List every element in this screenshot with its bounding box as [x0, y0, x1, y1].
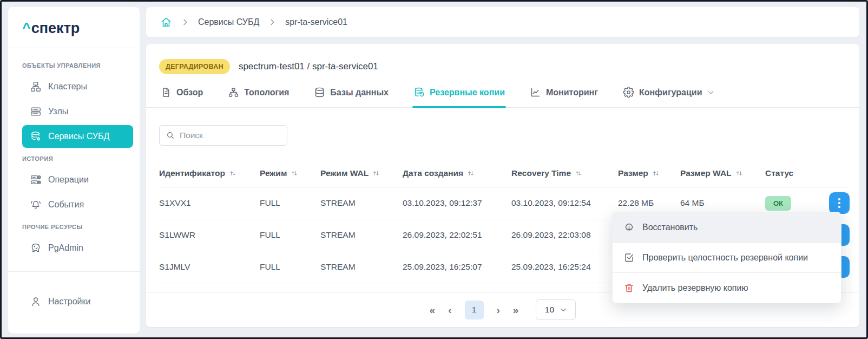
tab-monitoring[interactable]: Мониторинг [530, 77, 598, 107]
cell-created: 26.09.2023, 22:02:51 [403, 219, 511, 251]
trash-icon [623, 282, 635, 294]
pagination-first-button[interactable]: « [430, 305, 436, 315]
topology-icon [228, 87, 239, 98]
cell-created: 03.10.2023, 09:12:37 [403, 187, 511, 219]
cell-recovery-time: 26.09.2023, 22:03:08 [511, 219, 618, 251]
document-icon [160, 87, 172, 98]
column-header-size[interactable]: Размер [618, 162, 680, 187]
sidebar-section-history: ИСТОРИЯ [8, 150, 140, 166]
menu-item-verify-integrity[interactable]: Проверить целостность резервной копии [613, 242, 841, 272]
column-label: Размер WAL [680, 168, 732, 178]
database-service-icon [30, 131, 42, 142]
cluster-icon [30, 81, 42, 93]
column-header-id[interactable]: Идентификатор [159, 162, 260, 187]
sidebar-item-label: Сервисы СУБД [48, 132, 109, 141]
servers-icon [30, 106, 42, 118]
pgadmin-elephant-icon [30, 242, 42, 254]
breadcrumb-item-service: spr-ta-service01 [285, 17, 347, 27]
tab-label: Конфигурации [639, 88, 702, 97]
cell-wal-mode: STREAM [320, 187, 403, 219]
tab-bar: Обзор Топология Базы данных Резервные ко… [146, 77, 859, 108]
pagination-last-button[interactable]: » [513, 305, 519, 315]
status-badge-degraded: ДЕГРАДИРОВАН [159, 59, 230, 74]
logo-text: спектр [31, 20, 80, 36]
bell-icon [30, 199, 42, 211]
checkbox-check-icon [623, 252, 635, 263]
cell-mode: FULL [260, 219, 320, 251]
tab-label: Обзор [176, 88, 203, 97]
sort-icon[interactable] [652, 170, 660, 177]
database-backup-icon [413, 87, 425, 98]
database-icon [314, 87, 325, 98]
status-badge-ok: ОК [765, 196, 791, 211]
cell-recovery-time: 03.10.2023, 09:12:54 [511, 187, 618, 219]
column-label: Статус [765, 168, 793, 178]
sidebar-item-db-services[interactable]: Сервисы СУБД [22, 125, 133, 148]
page-size-select[interactable]: 10 [536, 299, 576, 320]
sidebar-item-label: Настройки [48, 297, 90, 307]
sidebar-item-pgadmin[interactable]: PgAdmin [22, 237, 133, 259]
pagination-page-1[interactable]: 1 [465, 301, 484, 320]
sidebar-item-nodes[interactable]: Узлы [22, 100, 133, 123]
column-header-wal-size[interactable]: Размер WAL [680, 162, 765, 187]
sidebar-item-settings[interactable]: Настройки [22, 290, 133, 313]
cell-id: S1JMLV [159, 251, 260, 283]
sort-icon[interactable] [229, 170, 236, 177]
sidebar-section-other: ПРОЧИЕ РЕСУРСЫ [8, 218, 140, 234]
tab-backups[interactable]: Резервные копии [413, 77, 505, 107]
column-header-wal-mode[interactable]: Режим WAL [320, 162, 403, 187]
service-title: spectrum-test01 / spr-ta-service01 [239, 61, 378, 72]
sort-icon[interactable] [467, 170, 475, 177]
column-header-actions [829, 162, 846, 187]
sort-icon[interactable] [291, 170, 298, 177]
cell-id: S1XVX1 [159, 187, 260, 219]
row-actions-button[interactable] [829, 192, 850, 214]
sidebar: ^спектр ОБЪЕКТЫ УПРАВЛЕНИЯ Кластеры Узлы… [8, 7, 140, 334]
column-label: Идентификатор [159, 168, 225, 178]
chart-icon [530, 87, 541, 98]
pagination-next-button[interactable]: › [497, 305, 500, 315]
breadcrumb: Сервисы СУБД spr-ta-service01 [146, 7, 859, 37]
breadcrumb-item-db-services[interactable]: Сервисы СУБД [198, 17, 259, 27]
tab-databases[interactable]: Базы данных [314, 77, 389, 107]
sidebar-item-operations[interactable]: Операции [22, 168, 133, 191]
restore-icon [623, 221, 635, 233]
sidebar-item-label: Узлы [48, 107, 68, 116]
cell-mode: FULL [260, 251, 320, 283]
tab-configurations[interactable]: Конфигурации [623, 77, 715, 107]
column-header-status: Статус [765, 162, 829, 187]
tab-overview[interactable]: Обзор [160, 77, 203, 107]
logo-caret-icon: ^ [22, 20, 31, 36]
chevron-right-icon [268, 18, 277, 27]
cell-wal-mode: STREAM [320, 251, 403, 283]
tab-topology[interactable]: Топология [228, 77, 289, 107]
column-label: Recovery Time [511, 168, 571, 178]
tab-label: Базы данных [330, 88, 389, 97]
column-label: Режим WAL [320, 168, 369, 178]
pagination-prev-button[interactable]: ‹ [448, 305, 451, 315]
chevron-right-icon [181, 18, 189, 27]
table-header-row: Идентификатор Режим Режим WAL Дата созда… [159, 162, 846, 187]
sort-icon[interactable] [372, 170, 380, 177]
column-header-recovery-time[interactable]: Recovery Time [511, 162, 618, 187]
cell-created: 25.09.2023, 16:25:07 [403, 251, 511, 283]
gear-icon [623, 87, 634, 98]
sidebar-item-clusters[interactable]: Кластеры [22, 75, 133, 98]
app-window: ^спектр ОБЪЕКТЫ УПРАВЛЕНИЯ Кластеры Узлы… [0, 0, 868, 339]
sidebar-nav: ОБЪЕКТЫ УПРАВЛЕНИЯ Кластеры Узлы Сервисы… [8, 48, 140, 271]
column-header-mode[interactable]: Режим [260, 162, 320, 187]
menu-item-delete-backup[interactable]: Удалить резервную копию [613, 272, 841, 303]
search-input[interactable] [180, 131, 280, 140]
table-toolbar [159, 125, 846, 146]
sidebar-item-label: Операции [48, 175, 89, 185]
column-label: Режим [260, 168, 287, 178]
home-icon[interactable] [160, 16, 172, 28]
sort-icon[interactable] [735, 170, 743, 177]
sidebar-section-management: ОБЪЕКТЫ УПРАВЛЕНИЯ [8, 57, 140, 73]
column-label: Дата создания [403, 168, 463, 178]
menu-item-restore[interactable]: Восстановить [613, 212, 841, 242]
sidebar-item-events[interactable]: События [22, 193, 133, 216]
tab-label: Мониторинг [546, 88, 598, 97]
sort-icon[interactable] [575, 170, 582, 177]
column-header-created[interactable]: Дата создания [403, 162, 511, 187]
